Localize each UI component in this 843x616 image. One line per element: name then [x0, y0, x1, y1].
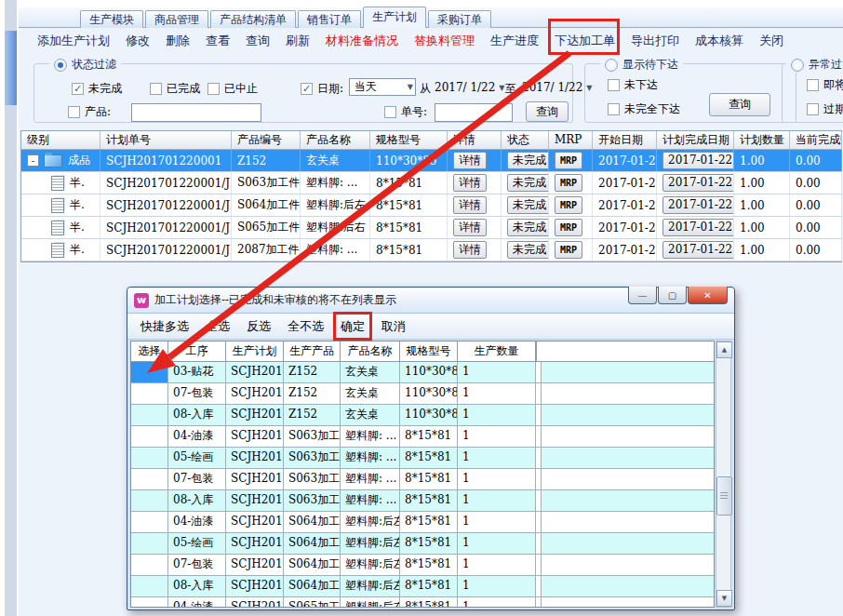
toolbar-item-4[interactable]: 查看 — [206, 33, 230, 49]
detail-button[interactable]: 详情 — [453, 152, 487, 169]
dialog-table-row[interactable]: 05-绘画SCJH20170...S064加工件塑料脚:后左8*15*811 — [131, 533, 714, 555]
filter-expired[interactable]: 过期 — [807, 101, 843, 117]
status-search-button[interactable]: 查询 — [526, 101, 569, 122]
column-header[interactable]: 生产计划 — [226, 341, 284, 361]
dialog-table-row[interactable]: 04-油漆SCJH20170...S064加工件塑料脚:后左8*15*811 — [131, 512, 714, 533]
scroll-up-icon[interactable]: ▲ — [716, 341, 732, 358]
toolbar-item-11[interactable]: 导出打印 — [631, 33, 679, 49]
filter-aborted[interactable]: 已中止 — [207, 81, 258, 97]
table-row[interactable]: -成品SCJH201701220001Z152玄关桌110*30*85详情未完成… — [21, 150, 842, 172]
mrp-button[interactable]: MRP — [555, 152, 582, 169]
select-cell[interactable] — [131, 512, 168, 532]
column-header[interactable]: 计划完成日期 — [657, 131, 734, 149]
date-from-picker[interactable]: 2017/ 1/22 ▼ — [435, 81, 505, 94]
mrp-button[interactable]: MRP — [555, 174, 582, 192]
tab-5[interactable]: 生产计划 — [363, 7, 426, 28]
product-input[interactable] — [131, 103, 261, 122]
dialog-table-row[interactable]: 08-入库SCJH20170...S063加工件塑料脚: ...8*15*811 — [131, 490, 714, 512]
filter-partial-issued[interactable]: 未完全下达 — [608, 101, 680, 117]
select-cell[interactable] — [131, 469, 168, 489]
column-header[interactable]: 当前完成数 — [790, 131, 842, 149]
toolbar-item-7[interactable]: 材料准备情况 — [326, 33, 398, 49]
select-cell[interactable] — [131, 426, 168, 447]
table-row[interactable]: 半.SCJH201701220001/JH003S065加工件塑料脚:后右8*1… — [21, 217, 842, 239]
dialog-table-row[interactable]: 07-包装SCJH20170...S064加工件塑料脚:后左8*15*811 — [131, 555, 714, 576]
dialog-menu-5[interactable]: 确定 — [341, 318, 365, 335]
filter-order[interactable]: 单号: — [384, 104, 427, 120]
toolbar-item-5[interactable]: 查询 — [246, 33, 270, 49]
date-preset-combo[interactable]: 当天 ▼ — [349, 78, 416, 96]
expired-checkbox[interactable] — [807, 103, 819, 115]
toolbar-item-6[interactable]: 刷新 — [286, 33, 310, 49]
finish-date-button[interactable]: 2017-01-22 — [662, 196, 734, 214]
column-header[interactable]: 级别 — [21, 131, 100, 149]
detail-button[interactable]: 详情 — [453, 241, 487, 259]
toolbar-item-2[interactable]: 修改 — [126, 33, 150, 49]
column-header[interactable]: 生产产品 — [284, 341, 341, 361]
toolbar-item-1[interactable]: 添加生产计划 — [37, 33, 110, 49]
tree-collapse-icon[interactable]: - — [27, 154, 39, 167]
select-cell[interactable] — [131, 362, 168, 382]
toolbar-item-13[interactable]: 关闭 — [759, 33, 783, 49]
status-button[interactable]: 未完成 — [507, 219, 549, 236]
select-cell[interactable] — [131, 383, 168, 404]
column-header[interactable]: 规格型号 — [400, 341, 458, 361]
dialog-menu-6[interactable]: 取消 — [381, 318, 406, 335]
toolbar-item-12[interactable]: 成本核算 — [695, 33, 743, 49]
detail-button[interactable]: 详情 — [453, 174, 487, 192]
tab-4[interactable]: 销售订单 — [298, 10, 361, 28]
column-header[interactable]: 规格型号 — [370, 131, 448, 149]
dialog-table-row[interactable]: 04-油漆SCJH20170...S065加工件塑料脚:后右8*15*811 — [131, 597, 714, 608]
mrp-button[interactable]: MRP — [555, 241, 582, 259]
column-header[interactable]: 工序 — [168, 341, 226, 361]
toolbar-item-8[interactable]: 替换料管理 — [414, 33, 475, 49]
mrp-button[interactable]: MRP — [555, 219, 582, 236]
dialog-scrollbar[interactable]: ▲ ▼ — [716, 341, 731, 608]
filter-product[interactable]: 产品: — [68, 104, 111, 120]
aborted-checkbox[interactable] — [207, 83, 220, 95]
select-cell[interactable] — [131, 405, 168, 425]
toolbar-item-3[interactable]: 删除 — [166, 33, 190, 49]
status-filter-radio[interactable] — [54, 59, 67, 72]
scrollbar-thumb[interactable] — [716, 476, 732, 516]
unfinished-checkbox[interactable] — [72, 83, 84, 95]
table-row[interactable]: 半.SCJH201701220001/JH004S064加工件塑料脚:后左8*1… — [21, 194, 842, 217]
dialog-table-row[interactable]: 03-贴花SCJH20170...Z152玄关桌110*30*851 — [131, 362, 714, 383]
tab-1[interactable]: 生产模块 — [80, 10, 143, 28]
toolbar-item-10[interactable]: 下达加工单 — [555, 33, 615, 49]
filter-unfinished[interactable]: 未完成 — [72, 81, 122, 97]
column-header[interactable]: 计划单号 — [100, 131, 232, 149]
finish-date-button[interactable]: 2017-01-22 — [662, 174, 734, 192]
dialog-table-row[interactable]: 05-绘画SCJH20170...S063加工件塑料脚: ...8*15*811 — [131, 448, 714, 469]
minimize-button[interactable]: — — [628, 287, 657, 304]
finish-date-button[interactable]: 2017-01-22 — [662, 219, 734, 236]
status-button[interactable]: 未完成 — [507, 152, 549, 169]
tab-6[interactable]: 采购订单 — [428, 10, 491, 28]
date-to-picker[interactable]: 2017/ 1/22 ▼ — [522, 81, 593, 94]
tab-2[interactable]: 商品管理 — [145, 10, 208, 28]
dialog-table-row[interactable]: 08-入库SCJH20170...Z152玄关桌110*30*851 — [131, 405, 714, 426]
select-cell[interactable] — [131, 490, 168, 511]
column-header[interactable]: 选择 — [131, 341, 168, 361]
mrp-button[interactable]: MRP — [555, 196, 582, 214]
column-header[interactable]: 生产数量 — [458, 341, 536, 361]
dialog-menu-1[interactable]: 快捷多选 — [140, 318, 189, 335]
pending-search-button[interactable]: 查询 — [709, 93, 770, 116]
product-checkbox[interactable] — [68, 106, 80, 118]
dialog-menu-4[interactable]: 全不选 — [288, 318, 324, 335]
detail-button[interactable]: 详情 — [453, 196, 487, 214]
dialog-table-row[interactable]: 07-包装SCJH20170...S063加工件塑料脚: ...8*15*811 — [131, 469, 714, 490]
column-header[interactable]: 开始日期 — [593, 131, 657, 149]
column-header[interactable]: MRP — [549, 131, 593, 149]
column-header[interactable]: 详情 — [448, 131, 502, 149]
order-input[interactable] — [435, 103, 513, 122]
dialog-table-row[interactable]: 07-包装SCJH20170...Z152玄关桌110*30*851 — [131, 383, 714, 405]
close-button[interactable]: ✕ — [688, 287, 728, 304]
maximize-button[interactable]: ▢ — [658, 287, 687, 304]
table-row[interactable]: 半.SCJH201701220001/JH0022087加工件塑料脚: ...8… — [21, 239, 842, 261]
dialog-menu-3[interactable]: 反选 — [247, 318, 271, 335]
date-checkbox[interactable] — [301, 83, 313, 95]
scroll-down-icon[interactable]: ▼ — [716, 590, 732, 607]
filter-not-issued[interactable]: 未下达 — [608, 77, 658, 93]
select-cell[interactable] — [131, 555, 168, 575]
